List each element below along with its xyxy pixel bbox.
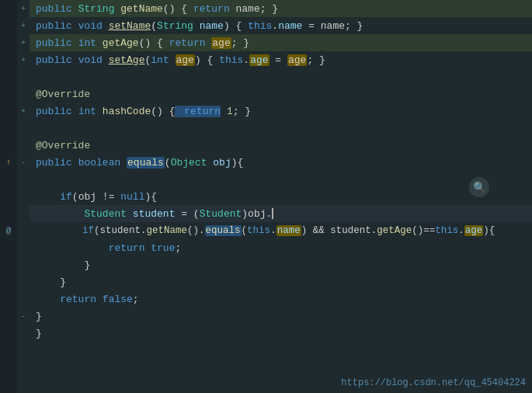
code-line-3: public int getAge() { return age; } xyxy=(30,34,532,51)
fold-btn-10[interactable]: - xyxy=(17,154,30,171)
at-icon: @ xyxy=(0,222,17,239)
code-line-18: return false; xyxy=(30,290,532,308)
fold-column: + + + + + - - xyxy=(17,0,30,393)
code-line-7: public int hashCode() { return 1; } xyxy=(30,103,532,120)
search-icon-overlay[interactable]: 🔍 xyxy=(469,177,489,197)
code-line-6: @Override xyxy=(30,85,532,103)
left-sidebar: ↑ @ xyxy=(0,0,17,393)
fold-btn-19[interactable]: - xyxy=(17,308,30,325)
fold-btn-3[interactable]: + xyxy=(17,34,30,51)
url-bar: https://blog.csdn.net/qq_45404224 xyxy=(341,377,526,388)
code-line-4: public void setAge(int age) { this.age =… xyxy=(30,51,532,68)
code-line-11 xyxy=(30,171,532,188)
code-line-1: public String getName() { return name; } xyxy=(30,0,532,17)
code-line-14: if(student.getName().equals(this.name) &… xyxy=(30,222,532,239)
code-line-5 xyxy=(30,68,532,85)
fold-btn-2[interactable]: + xyxy=(17,17,30,34)
fold-btn-1[interactable]: + xyxy=(17,0,30,17)
code-line-12: if(obj != null){ xyxy=(30,188,532,205)
fold-btn-7[interactable]: + xyxy=(17,103,30,120)
code-line-10: public boolean equals(Object obj){ xyxy=(30,154,532,171)
code-line-20: } xyxy=(30,325,532,342)
code-line-8 xyxy=(30,120,532,137)
code-editor: public String getName() { return name; }… xyxy=(30,0,532,393)
code-line-13: Student student = (Student)obj. xyxy=(30,205,532,222)
arrow-up-icon[interactable]: ↑ xyxy=(0,154,17,171)
code-line-9: @Override xyxy=(30,137,532,154)
fold-btn-4[interactable]: + xyxy=(17,51,30,68)
code-line-15: return true; xyxy=(30,239,532,256)
code-line-17: } xyxy=(30,273,532,290)
code-line-2: public void setName(String name) { this.… xyxy=(30,17,532,34)
code-line-16: } xyxy=(30,256,532,273)
code-line-19: } xyxy=(30,308,532,325)
